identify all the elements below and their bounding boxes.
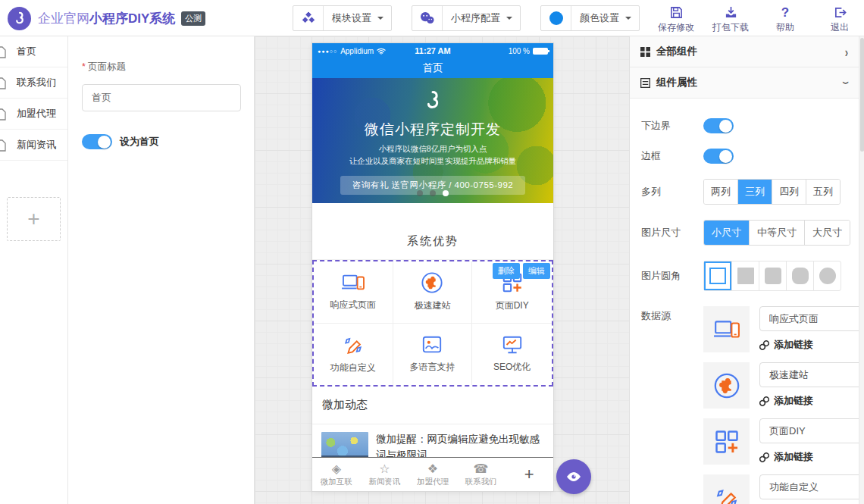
sidebar-item-home[interactable]: 首页 — [0, 36, 67, 67]
signal-dots-icon: ●●●○○ — [318, 49, 337, 54]
carousel-dot-active[interactable] — [443, 190, 449, 196]
props-body: 下边界 边框 多列 两列 三列 四列 五列 图片尺寸 小尺寸 — [630, 99, 859, 504]
radius-option-small[interactable] — [759, 261, 786, 290]
modules-settings-dropdown[interactable]: 模块设置 — [293, 5, 392, 31]
required-mark: * — [82, 61, 86, 72]
size-option-small-selected[interactable]: 小尺寸 — [704, 221, 749, 245]
datasource-name-input[interactable] — [759, 362, 859, 387]
tab-add[interactable]: + — [505, 465, 553, 484]
exit-button[interactable]: 退出 — [820, 5, 859, 34]
exit-icon — [834, 5, 847, 19]
help-icon: ? — [781, 5, 789, 19]
color-settings-dropdown[interactable]: 颜色设置 — [540, 5, 640, 31]
grid-item-responsive[interactable]: 响应式页面 — [314, 261, 393, 324]
columns-option-2[interactable]: 两列 — [704, 180, 737, 204]
all-components-header[interactable]: 全部组件 › — [630, 36, 859, 67]
color-dot-icon — [541, 6, 571, 30]
chevron-down-icon — [506, 17, 512, 20]
responsive-icon — [713, 318, 740, 342]
carousel-dot[interactable] — [430, 190, 436, 196]
app-root: 企业官网小程序DIY系统 公测 模块设置 小程序配置 颜色设置 — [0, 0, 864, 504]
help-button[interactable]: ? 帮助 — [765, 5, 805, 34]
chevron-down-icon: › — [838, 81, 854, 84]
tab-agency[interactable]: ❖ 加盟代理 — [409, 462, 457, 487]
set-home-label: 设为首页 — [120, 135, 159, 149]
datasource-name-input[interactable] — [759, 418, 859, 443]
columns-option-5[interactable]: 五列 — [806, 180, 840, 204]
sidebar-item-news[interactable]: 新闻资讯 — [0, 130, 67, 161]
battery-icon — [533, 48, 548, 55]
radius-option-circle[interactable] — [813, 261, 841, 290]
preview-button[interactable] — [556, 459, 591, 494]
grid-item-seo[interactable]: SEO优化 — [472, 324, 552, 386]
component-props-panel: 全部组件 › 组件属性 › 下边界 边框 多列 两列 三列 四列 — [629, 36, 859, 504]
tab-weijia[interactable]: ◈ 微加互联 — [312, 462, 361, 487]
download-button[interactable]: 打包下载 — [711, 5, 750, 34]
size-option-large[interactable]: 大尺寸 — [804, 221, 850, 245]
image-icon — [421, 334, 443, 355]
add-link-button[interactable]: 添加链接 — [759, 338, 859, 352]
responsive-icon — [341, 272, 365, 293]
beta-badge: 公测 — [181, 11, 205, 26]
download-icon — [725, 5, 737, 19]
wifi-icon — [377, 48, 386, 55]
selected-component-outline[interactable]: 删除 编辑 响应式页面 极速建站 页面DIY — [312, 260, 553, 387]
carrier-label: Applidium — [340, 47, 374, 55]
datasource-thumb — [703, 306, 750, 352]
miniprogram-config-dropdown[interactable]: 小程序配置 — [412, 5, 521, 31]
banner-subline1: 小程序以微信8亿用户为切入点 — [312, 144, 553, 155]
puzzle-icon — [421, 271, 443, 294]
set-home-row: 设为首页 — [82, 134, 240, 149]
radius-option-square[interactable] — [731, 261, 759, 290]
tab-contact[interactable]: ☎ 联系我们 — [457, 462, 506, 487]
page-settings-panel: *页面标题 设为首页 — [68, 36, 255, 504]
delete-component-button[interactable]: 删除 — [493, 263, 520, 279]
sidebar-item-contact[interactable]: 联系我们 — [0, 67, 67, 99]
seo-monitor-icon — [501, 334, 524, 355]
banner-subline2: 让企业以及商家在短时间里实现提升品牌和销量 — [312, 156, 553, 167]
phone-preview: ●●●○○ Applidium 11:27 AM 100 % 首页 微信小程序定… — [312, 43, 553, 491]
add-link-button[interactable]: 添加链接 — [759, 394, 859, 408]
datasource-list: 添加链接 添加链接 — [703, 306, 859, 504]
edit-component-button[interactable]: 编辑 — [523, 263, 550, 279]
datasource-name-input[interactable] — [759, 474, 859, 499]
bottom-border-row: 下边界 — [641, 118, 859, 133]
eye-icon — [566, 471, 581, 482]
tab-news[interactable]: ☆ 新闻资讯 — [361, 462, 409, 487]
chevron-down-icon — [625, 17, 631, 20]
border-toggle[interactable] — [703, 149, 734, 164]
columns-option-4[interactable]: 四列 — [772, 180, 806, 204]
grid-item-custom[interactable]: 功能自定义 — [314, 324, 393, 386]
save-button[interactable]: 保存修改 — [656, 5, 696, 34]
add-link-button[interactable]: 添加链接 — [759, 450, 859, 464]
sidebar-item-agency[interactable]: 加盟代理 — [0, 99, 67, 130]
datasource-thumb — [703, 474, 750, 504]
page-title-input[interactable] — [82, 84, 241, 111]
size-option-medium[interactable]: 中等尺寸 — [749, 221, 804, 245]
battery-percent: 100 % — [509, 47, 530, 55]
datasource-item: 添加链接 — [703, 362, 859, 409]
datasource-item: 添加链接 — [703, 418, 859, 465]
section-title-news: 微加动态 — [312, 387, 553, 424]
radius-option-none-selected[interactable] — [704, 261, 731, 290]
banner-logo-icon — [312, 89, 553, 114]
bottom-border-toggle[interactable] — [703, 118, 734, 133]
scrollbar-thumb[interactable] — [860, 38, 864, 152]
columns-option-3-selected[interactable]: 三列 — [737, 180, 772, 204]
carousel-dot[interactable] — [417, 190, 423, 196]
grid-item-fast-build[interactable]: 极速建站 — [393, 261, 473, 324]
datasource-item: 添加链接 — [703, 306, 859, 352]
radius-option-large[interactable] — [786, 261, 813, 290]
component-props-header[interactable]: 组件属性 › — [630, 67, 859, 99]
datasource-name-input[interactable] — [759, 306, 859, 331]
set-home-toggle[interactable] — [82, 134, 112, 149]
columns-segmented-control: 两列 三列 四列 五列 — [703, 179, 841, 205]
add-page-button[interactable]: + — [7, 197, 61, 241]
page-diy-icon — [713, 428, 740, 455]
radius-picker — [703, 261, 841, 291]
scrollbar[interactable] — [859, 36, 864, 504]
grid-item-multilang[interactable]: 多语言支持 — [393, 324, 473, 386]
chevron-right-icon: › — [845, 44, 848, 60]
banner-carousel[interactable]: 微信小程序定制开发 小程序以微信8亿用户为切入点 让企业以及商家在短时间里实现提… — [312, 78, 553, 203]
banner-heading: 微信小程序定制开发 — [312, 120, 553, 139]
